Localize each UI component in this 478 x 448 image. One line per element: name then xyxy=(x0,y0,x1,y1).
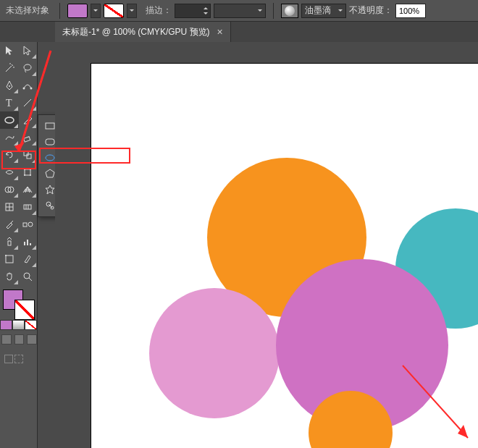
draw-normal-icon[interactable] xyxy=(4,355,13,363)
svg-marker-38 xyxy=(46,185,54,194)
eyedropper-tool[interactable] xyxy=(0,216,19,233)
direct-selection-tool[interactable] xyxy=(19,42,38,59)
color-mode-none[interactable] xyxy=(25,320,37,330)
divider xyxy=(59,3,60,19)
svg-rect-26 xyxy=(24,242,25,245)
screen-mode-normal[interactable] xyxy=(1,334,12,345)
zoom-tool[interactable] xyxy=(19,268,38,285)
free-transform-tool[interactable] xyxy=(19,164,38,181)
chevron-down-icon xyxy=(338,9,343,14)
gradient-tool[interactable] xyxy=(19,198,38,216)
flare-icon xyxy=(44,200,56,211)
close-icon[interactable]: × xyxy=(217,26,223,38)
curvature-tool[interactable] xyxy=(19,77,38,94)
selection-status: 未选择对象 xyxy=(4,4,52,17)
pen-tool[interactable] xyxy=(0,77,19,94)
fill-swatch[interactable] xyxy=(67,4,88,18)
ellipse-tool[interactable] xyxy=(0,111,19,129)
symbol-sprayer-tool[interactable] xyxy=(0,233,19,250)
ellipse-icon xyxy=(44,152,56,164)
width-tool[interactable] xyxy=(0,164,19,181)
opacity-label: 不透明度： xyxy=(349,4,393,17)
divider xyxy=(273,3,274,19)
stroke-width-input[interactable] xyxy=(175,4,211,18)
svg-rect-25 xyxy=(8,241,11,245)
color-mode-gradient[interactable] xyxy=(12,320,25,330)
stroke-dropdown[interactable] xyxy=(127,4,137,18)
blend-tool[interactable] xyxy=(19,216,38,233)
shaper-tool[interactable] xyxy=(0,129,19,146)
workspace[interactable] xyxy=(55,42,478,448)
paintbrush-tool[interactable] xyxy=(19,111,38,129)
stroke-color[interactable] xyxy=(14,300,35,320)
svg-point-2 xyxy=(23,88,25,90)
scale-tool[interactable] xyxy=(19,146,38,164)
svg-rect-27 xyxy=(27,240,28,245)
svg-rect-7 xyxy=(24,137,30,142)
opacity-value: 100% xyxy=(399,7,419,15)
document-title: 未标题-1* @ 100% (CMYK/GPU 预览) xyxy=(62,26,210,38)
svg-point-24 xyxy=(28,222,33,227)
color-mode-solid[interactable] xyxy=(0,320,12,330)
fill-dropdown[interactable] xyxy=(91,4,101,18)
svg-point-36 xyxy=(46,155,54,161)
screen-mode-row xyxy=(0,334,37,349)
mesh-tool[interactable] xyxy=(0,198,19,216)
perspective-grid-tool[interactable] xyxy=(19,181,38,198)
svg-point-14 xyxy=(30,174,31,176)
svg-rect-8 xyxy=(24,151,28,156)
column-graph-tool[interactable] xyxy=(19,233,38,250)
artboard-tool[interactable] xyxy=(0,250,19,268)
svg-text:T: T xyxy=(6,98,12,109)
line-segment-tool[interactable] xyxy=(19,94,38,111)
svg-point-1 xyxy=(9,85,10,87)
edit-mode-row xyxy=(4,355,37,363)
stroke-swatch[interactable] xyxy=(104,4,124,18)
document-tab-strip: 未标题-1* @ 100% (CMYK/GPU 预览) × xyxy=(0,22,478,42)
droplet-icon xyxy=(285,6,295,16)
type-tool[interactable]: T xyxy=(0,94,19,111)
brush-preset[interactable] xyxy=(281,4,298,18)
polygon-icon xyxy=(44,168,56,179)
stroke-label: 描边： xyxy=(146,4,172,17)
shape-circle-pink[interactable] xyxy=(149,288,280,418)
lasso-tool[interactable] xyxy=(19,59,38,77)
fill-stroke-swatches[interactable] xyxy=(0,288,38,320)
svg-marker-37 xyxy=(46,169,54,177)
svg-rect-9 xyxy=(27,154,31,159)
toolbar: T xyxy=(0,42,38,448)
svg-rect-10 xyxy=(25,169,30,175)
document-tab[interactable]: 未标题-1* @ 100% (CMYK/GPU 预览) × xyxy=(55,22,231,42)
screen-mode-full[interactable] xyxy=(14,334,25,345)
shape-builder-tool[interactable] xyxy=(0,181,19,198)
blend-mode-value: 油墨滴 xyxy=(305,4,331,17)
blend-mode-select[interactable]: 油墨滴 xyxy=(301,4,346,18)
hand-tool[interactable] xyxy=(0,268,19,285)
color-mode-row xyxy=(0,320,37,330)
svg-rect-23 xyxy=(23,223,27,227)
draw-behind-icon[interactable] xyxy=(14,355,23,363)
svg-rect-29 xyxy=(6,255,13,263)
screen-mode-present[interactable] xyxy=(27,334,37,345)
stroke-width-stepper[interactable] xyxy=(201,4,210,18)
star-icon xyxy=(44,184,56,195)
svg-line-5 xyxy=(24,99,31,106)
options-bar: 未选择对象 描边： 油墨滴 不透明度： 100% xyxy=(0,0,478,22)
svg-point-0 xyxy=(24,64,31,70)
svg-rect-20 xyxy=(24,205,31,209)
svg-point-11 xyxy=(24,169,25,170)
svg-point-13 xyxy=(24,174,25,176)
slice-tool[interactable] xyxy=(19,250,38,268)
rotate-tool[interactable] xyxy=(0,146,19,164)
stroke-style-dropdown[interactable] xyxy=(214,4,266,18)
svg-line-33 xyxy=(29,278,32,281)
selection-tool[interactable] xyxy=(0,42,19,59)
svg-point-12 xyxy=(30,169,31,170)
svg-rect-35 xyxy=(46,139,54,145)
opacity-input[interactable]: 100% xyxy=(395,4,426,18)
eraser-tool[interactable] xyxy=(19,129,38,146)
svg-point-6 xyxy=(5,117,14,123)
rect-icon xyxy=(44,120,56,132)
magic-wand-tool[interactable] xyxy=(0,59,19,77)
svg-rect-28 xyxy=(30,243,31,245)
